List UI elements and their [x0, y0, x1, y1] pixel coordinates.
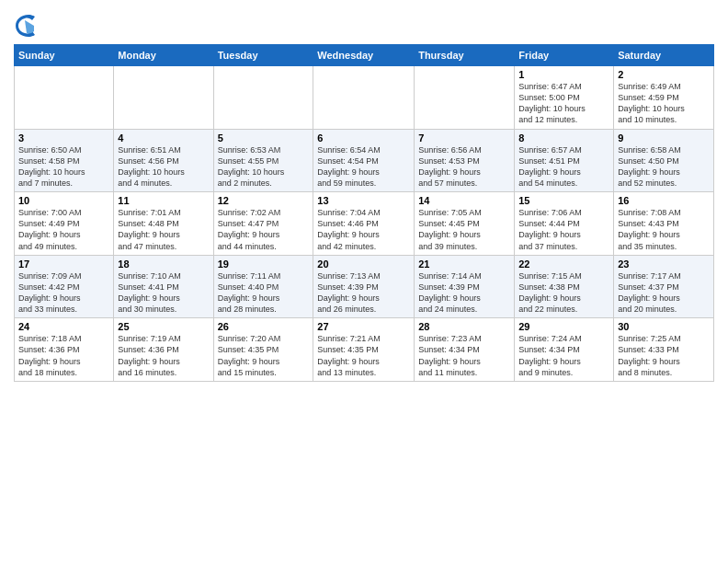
calendar-cell: 5Sunrise: 6:53 AM Sunset: 4:55 PM Daylig…	[213, 129, 313, 192]
calendar-cell: 26Sunrise: 7:20 AM Sunset: 4:35 PM Dayli…	[213, 318, 313, 382]
day-info: Sunrise: 7:24 AM Sunset: 4:34 PM Dayligh…	[518, 333, 609, 378]
day-info: Sunrise: 7:08 AM Sunset: 4:43 PM Dayligh…	[618, 207, 710, 252]
day-number: 9	[618, 132, 710, 144]
calendar-cell: 4Sunrise: 6:51 AM Sunset: 4:56 PM Daylig…	[114, 129, 213, 192]
day-info: Sunrise: 6:56 AM Sunset: 4:53 PM Dayligh…	[418, 144, 510, 190]
calendar-cell: 17Sunrise: 7:09 AM Sunset: 4:42 PM Dayli…	[15, 255, 114, 318]
day-info: Sunrise: 7:21 AM Sunset: 4:35 PM Dayligh…	[317, 333, 410, 378]
calendar-cell: 29Sunrise: 7:24 AM Sunset: 4:34 PM Dayli…	[515, 318, 614, 382]
calendar-header-row: Sunday Monday Tuesday Wednesday Thursday…	[15, 45, 714, 66]
calendar-cell: 13Sunrise: 7:04 AM Sunset: 4:46 PM Dayli…	[313, 192, 415, 256]
day-info: Sunrise: 6:57 AM Sunset: 4:51 PM Dayligh…	[518, 144, 609, 190]
calendar-cell: 30Sunrise: 7:25 AM Sunset: 4:33 PM Dayli…	[614, 318, 714, 382]
day-info: Sunrise: 6:54 AM Sunset: 4:54 PM Dayligh…	[317, 144, 410, 190]
day-number: 30	[618, 321, 710, 332]
day-info: Sunrise: 7:25 AM Sunset: 4:33 PM Dayligh…	[618, 333, 710, 378]
calendar-cell: 27Sunrise: 7:21 AM Sunset: 4:35 PM Dayli…	[313, 318, 415, 382]
calendar-cell: 7Sunrise: 6:56 AM Sunset: 4:53 PM Daylig…	[415, 129, 515, 192]
calendar-row-2: 10Sunrise: 7:00 AM Sunset: 4:49 PM Dayli…	[15, 192, 714, 256]
day-number: 19	[218, 259, 310, 270]
day-number: 15	[518, 195, 609, 206]
day-number: 12	[218, 195, 310, 206]
col-thursday: Thursday	[415, 45, 515, 66]
logo	[14, 13, 38, 39]
calendar-cell: 15Sunrise: 7:06 AM Sunset: 4:44 PM Dayli…	[515, 192, 614, 256]
day-info: Sunrise: 7:01 AM Sunset: 4:48 PM Dayligh…	[118, 207, 209, 252]
day-info: Sunrise: 7:20 AM Sunset: 4:35 PM Dayligh…	[218, 333, 310, 378]
day-number: 10	[18, 195, 109, 206]
col-saturday: Saturday	[614, 45, 714, 66]
calendar-row-4: 24Sunrise: 7:18 AM Sunset: 4:36 PM Dayli…	[15, 318, 714, 382]
calendar-cell: 21Sunrise: 7:14 AM Sunset: 4:39 PM Dayli…	[415, 255, 515, 318]
calendar-cell: 24Sunrise: 7:18 AM Sunset: 4:36 PM Dayli…	[15, 318, 114, 382]
calendar-table: Sunday Monday Tuesday Wednesday Thursday…	[14, 44, 714, 382]
day-number: 22	[518, 259, 609, 270]
header	[14, 9, 714, 39]
day-info: Sunrise: 7:09 AM Sunset: 4:42 PM Dayligh…	[18, 270, 109, 316]
day-info: Sunrise: 7:18 AM Sunset: 4:36 PM Dayligh…	[18, 333, 109, 378]
calendar-cell	[313, 66, 415, 130]
calendar-cell: 22Sunrise: 7:15 AM Sunset: 4:38 PM Dayli…	[515, 255, 614, 318]
calendar-cell: 19Sunrise: 7:11 AM Sunset: 4:40 PM Dayli…	[213, 255, 313, 318]
day-number: 11	[118, 195, 209, 206]
calendar-cell: 28Sunrise: 7:23 AM Sunset: 4:34 PM Dayli…	[415, 318, 515, 382]
day-info: Sunrise: 6:58 AM Sunset: 4:50 PM Dayligh…	[618, 144, 710, 190]
calendar-cell: 9Sunrise: 6:58 AM Sunset: 4:50 PM Daylig…	[614, 129, 714, 192]
calendar-cell: 2Sunrise: 6:49 AM Sunset: 4:59 PM Daylig…	[614, 66, 714, 130]
day-number: 14	[418, 195, 510, 206]
calendar-cell: 10Sunrise: 7:00 AM Sunset: 4:49 PM Dayli…	[15, 192, 114, 256]
calendar-cell	[415, 66, 515, 130]
day-info: Sunrise: 7:14 AM Sunset: 4:39 PM Dayligh…	[418, 270, 510, 316]
day-number: 24	[18, 321, 109, 332]
day-info: Sunrise: 7:05 AM Sunset: 4:45 PM Dayligh…	[418, 207, 510, 252]
day-info: Sunrise: 6:53 AM Sunset: 4:55 PM Dayligh…	[218, 144, 310, 190]
col-friday: Friday	[515, 45, 614, 66]
day-info: Sunrise: 7:15 AM Sunset: 4:38 PM Dayligh…	[518, 270, 609, 316]
day-number: 2	[618, 69, 710, 80]
calendar-row-3: 17Sunrise: 7:09 AM Sunset: 4:42 PM Dayli…	[15, 255, 714, 318]
calendar-cell	[213, 66, 313, 130]
page: Sunday Monday Tuesday Wednesday Thursday…	[0, 0, 728, 563]
day-number: 3	[18, 132, 109, 144]
calendar-row-1: 3Sunrise: 6:50 AM Sunset: 4:58 PM Daylig…	[15, 129, 714, 192]
calendar-cell: 20Sunrise: 7:13 AM Sunset: 4:39 PM Dayli…	[313, 255, 415, 318]
calendar-cell: 25Sunrise: 7:19 AM Sunset: 4:36 PM Dayli…	[114, 318, 213, 382]
day-info: Sunrise: 7:06 AM Sunset: 4:44 PM Dayligh…	[518, 207, 609, 252]
day-number: 28	[418, 321, 510, 332]
calendar-row-0: 1Sunrise: 6:47 AM Sunset: 5:00 PM Daylig…	[15, 66, 714, 130]
logo-icon	[14, 13, 36, 39]
day-number: 4	[118, 132, 209, 144]
day-number: 13	[317, 195, 410, 206]
calendar-cell: 16Sunrise: 7:08 AM Sunset: 4:43 PM Dayli…	[614, 192, 714, 256]
day-info: Sunrise: 6:50 AM Sunset: 4:58 PM Dayligh…	[18, 144, 109, 190]
day-number: 1	[518, 69, 609, 80]
calendar-cell: 11Sunrise: 7:01 AM Sunset: 4:48 PM Dayli…	[114, 192, 213, 256]
calendar-cell: 8Sunrise: 6:57 AM Sunset: 4:51 PM Daylig…	[515, 129, 614, 192]
day-info: Sunrise: 7:13 AM Sunset: 4:39 PM Dayligh…	[317, 270, 410, 316]
day-info: Sunrise: 7:10 AM Sunset: 4:41 PM Dayligh…	[118, 270, 209, 316]
calendar-cell: 14Sunrise: 7:05 AM Sunset: 4:45 PM Dayli…	[415, 192, 515, 256]
day-number: 6	[317, 132, 410, 144]
day-number: 17	[18, 259, 109, 270]
day-info: Sunrise: 7:11 AM Sunset: 4:40 PM Dayligh…	[218, 270, 310, 316]
day-info: Sunrise: 7:04 AM Sunset: 4:46 PM Dayligh…	[317, 207, 410, 252]
day-number: 8	[518, 132, 609, 144]
calendar-cell: 6Sunrise: 6:54 AM Sunset: 4:54 PM Daylig…	[313, 129, 415, 192]
calendar-cell: 23Sunrise: 7:17 AM Sunset: 4:37 PM Dayli…	[614, 255, 714, 318]
day-number: 27	[317, 321, 410, 332]
day-number: 7	[418, 132, 510, 144]
calendar-cell	[114, 66, 213, 130]
day-info: Sunrise: 7:00 AM Sunset: 4:49 PM Dayligh…	[18, 207, 109, 252]
col-wednesday: Wednesday	[313, 45, 415, 66]
day-number: 20	[317, 259, 410, 270]
col-tuesday: Tuesday	[213, 45, 313, 66]
day-number: 18	[118, 259, 209, 270]
day-info: Sunrise: 6:49 AM Sunset: 4:59 PM Dayligh…	[618, 81, 710, 126]
day-info: Sunrise: 7:19 AM Sunset: 4:36 PM Dayligh…	[118, 333, 209, 378]
calendar-cell: 1Sunrise: 6:47 AM Sunset: 5:00 PM Daylig…	[515, 66, 614, 130]
col-sunday: Sunday	[15, 45, 114, 66]
day-number: 16	[618, 195, 710, 206]
day-number: 26	[218, 321, 310, 332]
calendar-cell	[15, 66, 114, 130]
day-number: 21	[418, 259, 510, 270]
